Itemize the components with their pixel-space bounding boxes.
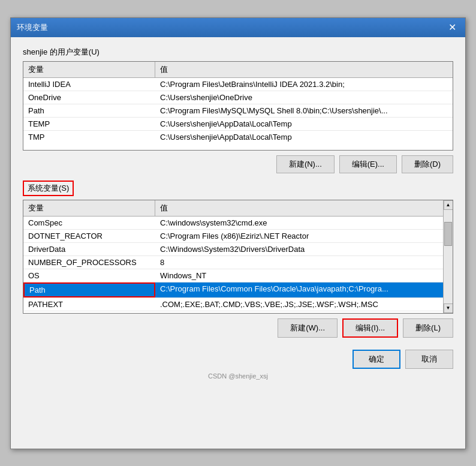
user-row-var-3: TEMP (23, 118, 155, 130)
user-row-val-3: C:\Users\shenjie\AppData\Local\Temp (155, 118, 453, 130)
user-col-var: 变量 (23, 62, 155, 77)
sys-row-val-0: C:\windows\system32\cmd.exe (155, 217, 443, 229)
scroll-down-arrow[interactable]: ▼ (444, 303, 453, 313)
system-section-label-wrapper: 系统变量(S) (23, 181, 453, 200)
user-row-var-2: Path (23, 104, 155, 117)
sys-row-var-7: PROCESSOR_ARCHITECTURE (23, 311, 155, 314)
dialog-title: 环境变量 (17, 22, 48, 33)
sys-row-var-1: DOTNET_REACTOR (23, 230, 155, 242)
user-row-val-0: C:\Program Files\JetBrains\IntelliJ IDEA… (155, 78, 453, 91)
user-variables-box: 变量 值 IntelliJ IDEA C:\Program Files\JetB… (23, 61, 453, 151)
user-col-val: 值 (155, 62, 453, 77)
footer-buttons: 确定 取消 (23, 345, 453, 369)
sys-row-var-5: Path (23, 282, 155, 297)
sys-row-val-6: .COM;.EXE;.BAT;.CMD;.VBS;.VBE;.JS;.JSE;.… (155, 298, 443, 311)
system-button-row: 新建(W)... 编辑(I)... 删除(L) (23, 318, 453, 338)
table-row[interactable]: TMP C:\Users\shenjie\AppData\Local\Temp (23, 131, 453, 143)
sys-row-var-4: OS (23, 269, 155, 282)
scroll-thumb[interactable] (444, 222, 452, 246)
table-row[interactable]: OS Windows_NT (23, 269, 443, 282)
table-row[interactable]: DriverData C:\Windows\System32\Drivers\D… (23, 243, 443, 256)
system-col-val: 值 (155, 200, 443, 216)
scroll-track[interactable] (444, 210, 453, 303)
user-section-label: shenjie 的用户变量(U) (23, 47, 453, 58)
user-table-body: IntelliJ IDEA C:\Program Files\JetBrains… (23, 78, 453, 150)
system-table-body: ComSpec C:\windows\system32\cmd.exe DOTN… (23, 217, 443, 314)
user-edit-button[interactable]: 编辑(E)... (339, 155, 397, 173)
user-row-var-4: TMP (23, 131, 155, 143)
system-variables-box: 变量 值 ComSpec C:\windows\system32\cmd.exe… (23, 200, 453, 314)
table-row[interactable]: Path C:\Program Files\MySQL\MySQL Shell … (23, 104, 453, 118)
environment-variables-dialog: 环境变量 ✕ shenjie 的用户变量(U) 变量 值 IntelliJ ID… (10, 17, 466, 449)
sys-row-val-4: Windows_NT (155, 269, 443, 282)
table-row[interactable]: NUMBER_OF_PROCESSORS 8 (23, 256, 443, 269)
user-new-button[interactable]: 新建(N)... (276, 155, 335, 173)
table-row[interactable]: ComSpec C:\windows\system32\cmd.exe (23, 217, 443, 230)
system-col-var: 变量 (23, 200, 155, 216)
sys-row-val-2: C:\Windows\System32\Drivers\DriverData (155, 243, 443, 255)
sys-row-var-3: NUMBER_OF_PROCESSORS (23, 256, 155, 269)
dialog-body: shenjie 的用户变量(U) 变量 值 IntelliJ IDEA C:\P… (11, 37, 465, 389)
table-row[interactable]: TEMP C:\Users\shenjie\AppData\Local\Temp (23, 118, 453, 131)
sys-row-val-7: AMD64 (155, 311, 443, 314)
sys-row-val-3: 8 (155, 256, 443, 269)
table-row[interactable]: IntelliJ IDEA C:\Program Files\JetBrains… (23, 78, 453, 91)
ok-button[interactable]: 确定 (353, 350, 400, 369)
system-table-header: 变量 值 (23, 200, 443, 217)
system-new-button[interactable]: 新建(W)... (278, 318, 338, 338)
user-row-var-1: OneDrive (23, 91, 155, 104)
table-row[interactable]: Path C:\Program Files\Common Files\Oracl… (23, 282, 443, 298)
table-row[interactable]: DOTNET_REACTOR C:\Program Files (x86)\Ez… (23, 230, 443, 243)
system-edit-button[interactable]: 编辑(I)... (342, 318, 398, 338)
user-delete-button[interactable]: 删除(D) (402, 155, 453, 173)
table-row[interactable]: PATHEXT .COM;.EXE;.BAT;.CMD;.VBS;.VBE;.J… (23, 298, 443, 311)
sys-row-var-6: PATHEXT (23, 298, 155, 311)
table-row[interactable]: PROCESSOR_ARCHITECTURE AMD64 (23, 311, 443, 314)
sys-row-val-5: C:\Program Files\Common Files\Oracle\Jav… (155, 282, 443, 297)
user-row-val-1: C:\Users\shenjie\OneDrive (155, 91, 453, 104)
user-row-val-4: C:\Users\shenjie\AppData\Local\Temp (155, 131, 453, 143)
user-row-val-2: C:\Program Files\MySQL\MySQL Shell 8.0\b… (155, 104, 453, 117)
user-row-var-0: IntelliJ IDEA (23, 78, 155, 91)
sys-row-var-0: ComSpec (23, 217, 155, 229)
system-delete-button[interactable]: 删除(L) (403, 318, 453, 338)
title-bar: 环境变量 ✕ (11, 18, 465, 37)
system-table-scroll-area: 变量 值 ComSpec C:\windows\system32\cmd.exe… (23, 200, 443, 314)
scroll-up-arrow[interactable]: ▲ (444, 200, 453, 210)
sys-row-val-1: C:\Program Files (x86)\Eziriz\.NET React… (155, 230, 443, 242)
watermark: CSDN @shenjie_xsj (23, 372, 453, 380)
close-button[interactable]: ✕ (445, 22, 459, 34)
scrollbar[interactable]: ▲ ▼ (443, 200, 453, 313)
user-button-row: 新建(N)... 编辑(E)... 删除(D) (23, 155, 453, 173)
user-table-header: 变量 值 (23, 62, 453, 78)
cancel-button[interactable]: 取消 (405, 350, 453, 369)
sys-row-var-2: DriverData (23, 243, 155, 255)
table-row[interactable]: OneDrive C:\Users\shenjie\OneDrive (23, 91, 453, 104)
system-section-label: 系统变量(S) (23, 181, 74, 196)
